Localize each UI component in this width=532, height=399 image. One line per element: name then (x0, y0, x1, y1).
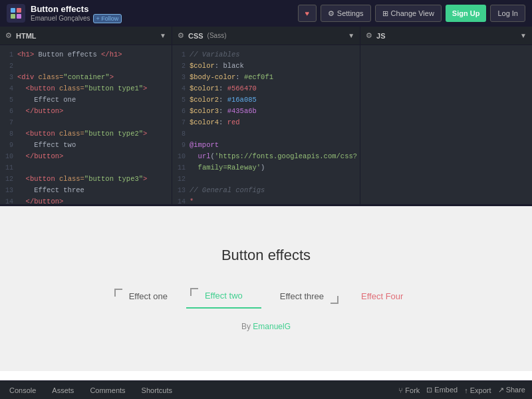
js-settings-icon: ⚙ (366, 31, 372, 40)
change-view-button[interactable]: ⊞ Change View (375, 5, 442, 22)
settings-icon: ⚙ (328, 9, 334, 18)
css-panel: ⚙ CSS (Sass) ▼ 1// Variables 2$color: bl… (172, 27, 360, 204)
login-button[interactable]: Log In (490, 5, 525, 22)
html-chevron-icon[interactable]: ▼ (160, 32, 166, 39)
css-panel-header: ⚙ CSS (Sass) ▼ (172, 27, 360, 45)
js-panel-header: ⚙ JS ▼ (360, 27, 532, 45)
html-editor-content[interactable]: 1<h1> Button effects </h1> 2 3<div class… (0, 45, 172, 204)
preview-footer: By EmanuelG (241, 322, 291, 331)
css-panel-title: CSS (188, 32, 203, 40)
comments-tab[interactable]: Comments (87, 386, 128, 394)
export-button[interactable]: ↑ Export (464, 386, 491, 394)
assets-tab[interactable]: Assets (49, 386, 76, 394)
css-badge: (Sass) (207, 32, 227, 39)
settings-label: Settings (337, 9, 364, 17)
svg-rect-1 (17, 8, 21, 13)
preview-title: Button effects (221, 247, 311, 264)
fork-button[interactable]: ⑂ Fork (398, 386, 420, 394)
html-panel-header: ⚙ HTML ▼ (0, 27, 172, 45)
console-tab[interactable]: Console (7, 386, 39, 394)
effect-one-button[interactable]: Effect one (110, 285, 186, 308)
effect-three-button[interactable]: Effect three (261, 285, 342, 308)
js-panel: ⚙ JS ▼ (360, 27, 532, 204)
settings-button[interactable]: ⚙ Settings (321, 5, 371, 22)
bottom-actions: ⑂ Fork ⊡ Embed ↑ Export ↗ Share (398, 386, 525, 394)
effect-two-button[interactable]: Effect two (186, 284, 261, 309)
html-panel: ⚙ HTML ▼ 1<h1> Button effects </h1> 2 3<… (0, 27, 172, 204)
navbar-right: ♥ ⚙ Settings ⊞ Change View Sign Up Log I… (298, 5, 525, 22)
changeview-icon: ⊞ (382, 9, 388, 18)
css-chevron-icon[interactable]: ▼ (348, 32, 354, 39)
svg-rect-3 (17, 14, 21, 19)
follow-button[interactable]: + Follow (93, 14, 122, 23)
navbar: Button effects Emanuel Gonçalves + Follo… (0, 0, 532, 27)
footer-by-text: By (241, 322, 253, 331)
css-editor-content[interactable]: 1// Variables 2$color: black 3$body-colo… (172, 45, 360, 204)
svg-rect-2 (11, 14, 15, 19)
author-row: Emanuel Gonçalves + Follow (31, 14, 122, 23)
shortcuts-tab[interactable]: Shortcuts (139, 386, 175, 394)
page-title: Button effects (31, 4, 122, 14)
effect-four-button[interactable]: Effect Four (342, 285, 422, 308)
title-block: Button effects Emanuel Gonçalves + Follo… (31, 4, 122, 23)
footer-author-link[interactable]: EmanuelG (253, 322, 291, 331)
preview-area: Button effects Effect one Effect two Eff… (0, 206, 532, 371)
embed-button[interactable]: ⊡ Embed (426, 386, 458, 394)
css-settings-icon: ⚙ (178, 31, 184, 40)
html-settings-icon: ⚙ (5, 31, 12, 40)
js-chevron-icon[interactable]: ▼ (520, 32, 527, 39)
buttons-row: Effect one Effect two Effect three Effec… (110, 284, 422, 309)
navbar-left: Button effects Emanuel Gonçalves + Follo… (7, 4, 122, 23)
bottom-bar: Console Assets Comments Shortcuts ⑂ Fork… (0, 380, 532, 399)
js-panel-title: JS (376, 32, 385, 40)
author-name: Emanuel Gonçalves (31, 15, 90, 22)
html-panel-title: HTML (16, 32, 37, 40)
heart-button[interactable]: ♥ (298, 5, 317, 22)
logo-icon (10, 7, 22, 19)
svg-rect-0 (11, 8, 15, 13)
js-editor-content[interactable] (360, 45, 532, 204)
editor-area: ⚙ HTML ▼ 1<h1> Button effects </h1> 2 3<… (0, 27, 532, 206)
changeview-label: Change View (391, 9, 434, 17)
app-logo (7, 4, 25, 23)
signup-button[interactable]: Sign Up (446, 5, 487, 22)
share-button[interactable]: ↗ Share (498, 386, 525, 394)
